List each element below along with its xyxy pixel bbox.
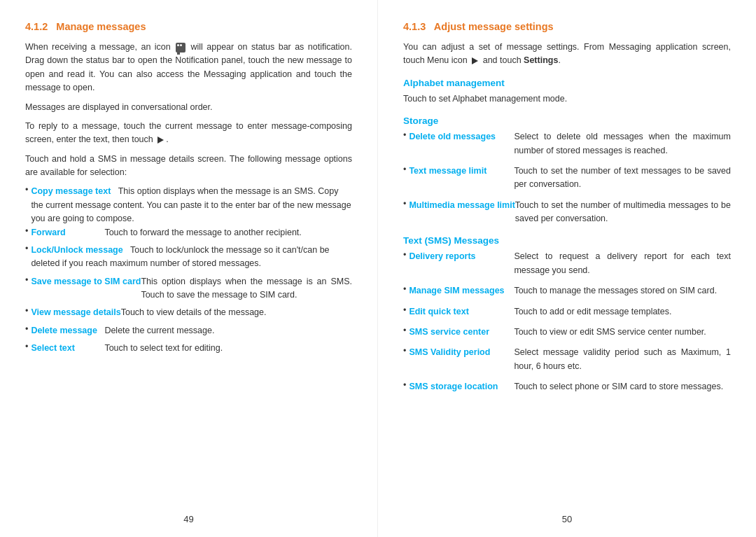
- left-para-1: When receiving a message, an icon will a…: [25, 41, 352, 95]
- storage-term-mmlimit: Multimedia message limit: [409, 199, 514, 212]
- bullet-item-save: • Save message to SIM card This option d…: [25, 275, 352, 302]
- storage-desc-textlimit: Touch to set the number of text messages…: [514, 165, 731, 192]
- left-page-number: 49: [183, 514, 193, 524]
- storage-item-mmlimit: • Multimedia message limit Touch to set …: [403, 199, 731, 226]
- left-para-3: To reply to a message, touch the current…: [25, 120, 352, 147]
- right-page-number: 50: [562, 514, 572, 524]
- left-page: 4.1.2 Manage messages When receiving a m…: [0, 0, 378, 537]
- sms-desc-manage: Touch to manage the messages stored on S…: [514, 284, 731, 298]
- bullet-item-forward: • Forward Touch to forward the message t…: [25, 226, 352, 239]
- storage-desc-mmlimit: Touch to set the number of multimedia me…: [515, 199, 731, 226]
- bullet-dot-lock: •: [25, 244, 28, 253]
- sms-desc-quicktext: Touch to add or edit message templates.: [514, 305, 731, 319]
- bullet-desc-view: Touch to view details of the message.: [121, 306, 267, 319]
- bullet-dot-view: •: [25, 306, 28, 316]
- bullet-item-delete: • Delete message Delete the current mess…: [25, 324, 352, 337]
- left-para-4: Touch and hold a SMS in message details …: [25, 153, 352, 180]
- right-page: 4.1.3 Adjust message settings You can ad…: [378, 0, 756, 537]
- sms-desc-service: Touch to view or edit SMS service center…: [514, 326, 731, 339]
- storage-item-delete: • Delete old messages Select to delete o…: [403, 130, 731, 158]
- sms-item-validity: • SMS Validity period Select message val…: [403, 346, 731, 373]
- bullet-term-view: View message details: [31, 306, 120, 319]
- bullet-item-copy: • Copy message text This option displays…: [25, 185, 352, 225]
- bullet-term-lock: Lock/Unlock message: [31, 245, 122, 255]
- left-section-heading: 4.1.2 Manage messages: [25, 21, 352, 32]
- left-para-2: Messages are displayed in conversational…: [25, 101, 352, 114]
- bullet-term-forward: Forward: [31, 226, 104, 239]
- subsection-title-storage: Storage: [403, 116, 731, 126]
- sms-term-delivery: Delivery reports: [409, 250, 514, 263]
- sms-item-storage: • SMS storage location Touch to select p…: [403, 380, 731, 393]
- left-section-number: 4.1.2: [25, 21, 48, 32]
- sms-term-manage: Manage SIM messages: [409, 284, 514, 298]
- storage-desc-delete: Select to delete old messages when the m…: [514, 130, 731, 158]
- bullet-term-copy: Copy message text: [31, 186, 111, 196]
- sms-term-service: SMS service center: [409, 326, 514, 339]
- bullet-item-view: • View message details Touch to view det…: [25, 306, 352, 319]
- right-section-number: 4.1.3: [403, 21, 426, 32]
- sms-item-quicktext: • Edit quick text Touch to add or edit m…: [403, 305, 731, 319]
- bullet-desc-save: This option displays when the message is…: [141, 275, 352, 302]
- bullet-item-select: • Select text Touch to select text for e…: [25, 342, 352, 355]
- bullet-list: • Copy message text This option displays…: [25, 185, 352, 355]
- sms-term-quicktext: Edit quick text: [409, 305, 514, 319]
- bullet-desc-delete: Delete the current message.: [104, 324, 214, 337]
- sms-item-manage: • Manage SIM messages Touch to manage th…: [403, 284, 731, 298]
- sms-desc-delivery: Select to request a delivery report for …: [514, 250, 731, 277]
- bullet-dot-save: •: [25, 275, 28, 285]
- sms-desc-validity: Select message validity period such as M…: [514, 346, 731, 373]
- bullet-dot-copy: •: [25, 185, 28, 195]
- sms-item-delivery: • Delivery reports Select to request a d…: [403, 250, 731, 277]
- right-intro: You can adjust a set of message settings…: [403, 41, 731, 68]
- sms-item-service: • SMS service center Touch to view or ed…: [403, 326, 731, 339]
- bullet-dot-delete: •: [25, 324, 28, 334]
- sms-desc-storage: Touch to select phone or SIM card to sto…: [514, 380, 731, 393]
- bullet-term-select: Select text: [31, 342, 104, 355]
- bullet-term-save: Save message to SIM card: [31, 275, 141, 288]
- bullet-desc-select: Touch to select text for editing.: [104, 342, 223, 355]
- left-section-title: Manage messages: [56, 21, 146, 32]
- storage-term-delete: Delete old messages: [409, 130, 514, 144]
- bullet-item-lock: • Lock/Unlock message Touch to lock/unlo…: [25, 244, 352, 271]
- bullet-dot-forward: •: [25, 226, 28, 236]
- sms-term-validity: SMS Validity period: [409, 346, 514, 359]
- right-section-title: Adjust message settings: [434, 21, 554, 32]
- storage-item-textlimit: • Text message limit Touch to set the nu…: [403, 165, 731, 192]
- subsection-title-alphabet: Alphabet management: [403, 78, 731, 88]
- subsection-title-sms: Text (SMS) Messages: [403, 235, 731, 246]
- bullet-term-delete: Delete message: [31, 324, 104, 337]
- right-section-heading: 4.1.3 Adjust message settings: [403, 21, 731, 32]
- bullet-dot-select: •: [25, 342, 28, 351]
- sms-term-storage: SMS storage location: [409, 380, 514, 393]
- alphabet-desc: Touch to set Alphabet management mode.: [403, 92, 731, 106]
- storage-term-textlimit: Text message limit: [409, 165, 514, 178]
- bullet-desc-forward: Touch to forward the message to another …: [104, 226, 301, 239]
